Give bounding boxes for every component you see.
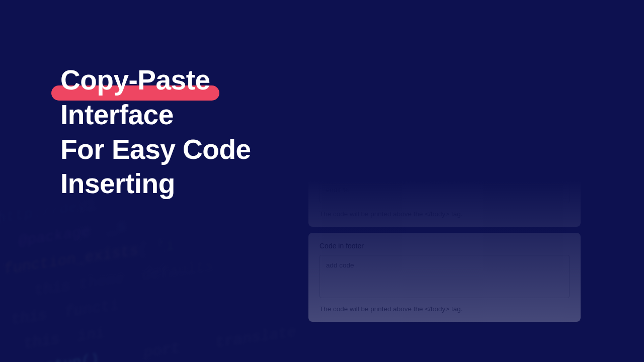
headline-block: Copy-Paste Interface For Easy Code Inser…: [60, 43, 297, 362]
headline-line-1: Copy-Paste: [60, 64, 210, 96]
headline-line-2: Interface: [60, 99, 174, 130]
headline-line-3: For Easy Code: [60, 134, 251, 165]
headline-line-4: Inserting: [60, 168, 175, 199]
